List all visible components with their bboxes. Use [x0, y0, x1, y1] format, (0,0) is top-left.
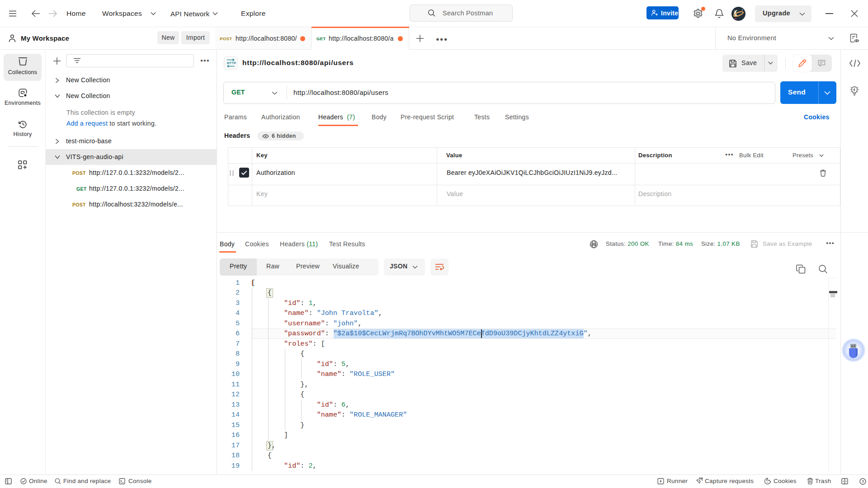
- svg-text:HTTP: HTTP: [227, 61, 236, 65]
- svg-text:?: ?: [862, 479, 864, 484]
